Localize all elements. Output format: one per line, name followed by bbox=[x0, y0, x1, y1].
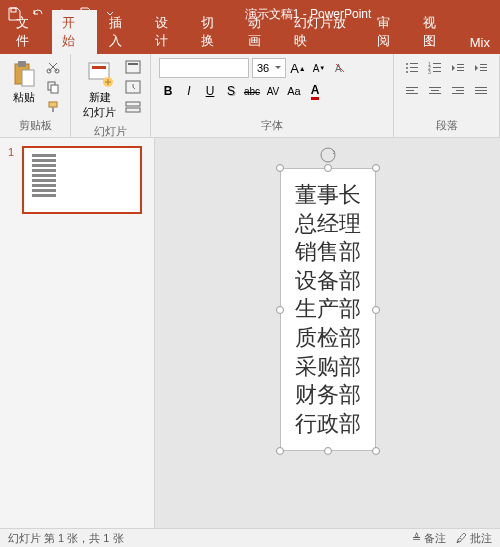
strikethrough-button[interactable]: abc bbox=[243, 82, 261, 100]
resize-handle[interactable] bbox=[276, 164, 284, 172]
svg-text:A: A bbox=[335, 63, 342, 74]
numbering-icon[interactable]: 123 bbox=[425, 58, 445, 78]
text-line: 财务部 bbox=[295, 381, 361, 410]
copy-icon[interactable] bbox=[44, 78, 62, 96]
text-line: 董事长 bbox=[295, 181, 361, 210]
tab-home[interactable]: 开始 bbox=[52, 10, 96, 54]
section-icon[interactable] bbox=[124, 98, 142, 116]
notes-button[interactable]: ≜ 备注 bbox=[412, 531, 446, 546]
new-slide-label: 新建 幻灯片 bbox=[83, 90, 116, 120]
align-center-icon[interactable] bbox=[425, 81, 445, 101]
bullets-icon[interactable] bbox=[402, 58, 422, 78]
text-line: 总经理 bbox=[295, 210, 361, 239]
resize-handle[interactable] bbox=[372, 306, 380, 314]
selected-textbox[interactable]: 董事长总经理销售部设备部生产部质检部采购部财务部行政部 bbox=[280, 168, 376, 451]
comments-button[interactable]: 🖊 批注 bbox=[456, 531, 492, 546]
increase-font-icon[interactable]: A▲ bbox=[289, 59, 307, 77]
group-font-label: 字体 bbox=[159, 118, 385, 133]
svg-rect-2 bbox=[18, 61, 26, 67]
cut-icon[interactable] bbox=[44, 58, 62, 76]
svg-rect-22 bbox=[410, 67, 418, 68]
group-clipboard-label: 剪贴板 bbox=[8, 118, 62, 133]
slide-canvas[interactable]: 董事长总经理销售部设备部生产部质检部采购部财务部行政部 bbox=[155, 138, 500, 528]
svg-rect-45 bbox=[452, 93, 464, 94]
svg-rect-44 bbox=[456, 90, 464, 91]
resize-handle[interactable] bbox=[324, 164, 332, 172]
svg-rect-8 bbox=[49, 102, 57, 107]
svg-rect-17 bbox=[126, 108, 140, 112]
tab-transitions[interactable]: 切换 bbox=[191, 10, 235, 54]
decrease-font-icon[interactable]: A▼ bbox=[310, 59, 328, 77]
svg-rect-36 bbox=[480, 70, 487, 71]
tab-mix[interactable]: Mix bbox=[460, 31, 500, 54]
decrease-indent-icon[interactable] bbox=[448, 58, 468, 78]
svg-rect-48 bbox=[475, 93, 487, 94]
svg-rect-16 bbox=[126, 102, 140, 106]
bold-button[interactable]: B bbox=[159, 82, 177, 100]
increase-indent-icon[interactable] bbox=[471, 58, 491, 78]
tab-animations[interactable]: 动画 bbox=[238, 10, 282, 54]
svg-rect-26 bbox=[433, 63, 441, 64]
group-slides: 新建 幻灯片 幻灯片 bbox=[71, 54, 151, 137]
font-family-combo[interactable] bbox=[159, 58, 249, 78]
resize-handle[interactable] bbox=[276, 447, 284, 455]
svg-rect-33 bbox=[457, 70, 464, 71]
tab-review[interactable]: 审阅 bbox=[367, 10, 411, 54]
shadow-button[interactable]: S bbox=[222, 82, 240, 100]
paste-button[interactable]: 粘贴 bbox=[8, 58, 40, 107]
svg-rect-10 bbox=[89, 63, 109, 79]
reset-icon[interactable] bbox=[124, 78, 142, 96]
svg-rect-30 bbox=[433, 71, 441, 72]
svg-rect-20 bbox=[410, 63, 418, 64]
format-painter-icon[interactable] bbox=[44, 98, 62, 116]
new-slide-button[interactable]: 新建 幻灯片 bbox=[79, 58, 120, 122]
status-bar: 幻灯片 第 1 张，共 1 张 ≜ 备注 🖊 批注 bbox=[0, 528, 500, 547]
group-clipboard: 粘贴 剪贴板 bbox=[0, 54, 71, 137]
layout-icon[interactable] bbox=[124, 58, 142, 76]
italic-button[interactable]: I bbox=[180, 82, 198, 100]
text-line: 采购部 bbox=[295, 353, 361, 382]
clear-format-icon[interactable]: A bbox=[331, 59, 349, 77]
tab-design[interactable]: 设计 bbox=[145, 10, 189, 54]
svg-rect-7 bbox=[51, 85, 58, 93]
tab-insert[interactable]: 插入 bbox=[99, 10, 143, 54]
group-paragraph-label: 段落 bbox=[402, 118, 491, 133]
text-line: 销售部 bbox=[295, 238, 361, 267]
svg-rect-40 bbox=[429, 87, 441, 88]
workspace: 1 董事长总经理销售部设备部生产部质检部采购部财务部行政部 bbox=[0, 138, 500, 528]
char-spacing-button[interactable]: AV bbox=[264, 82, 282, 100]
font-color-button[interactable]: A bbox=[306, 82, 324, 100]
svg-rect-34 bbox=[480, 64, 487, 65]
svg-rect-24 bbox=[410, 71, 418, 72]
svg-rect-38 bbox=[406, 90, 414, 91]
tab-file[interactable]: 文件 bbox=[6, 10, 50, 54]
align-right-icon[interactable] bbox=[448, 81, 468, 101]
tab-slideshow[interactable]: 幻灯片放映 bbox=[284, 10, 365, 54]
textbox-content[interactable]: 董事长总经理销售部设备部生产部质检部采购部财务部行政部 bbox=[295, 181, 361, 438]
change-case-button[interactable]: Aa bbox=[285, 82, 303, 100]
paste-label: 粘贴 bbox=[13, 90, 35, 105]
resize-handle[interactable] bbox=[324, 447, 332, 455]
svg-rect-46 bbox=[475, 87, 487, 88]
underline-button[interactable]: U bbox=[201, 82, 219, 100]
svg-point-23 bbox=[406, 71, 408, 73]
slide-thumbnail-1[interactable] bbox=[22, 146, 142, 214]
svg-rect-39 bbox=[406, 93, 418, 94]
svg-rect-14 bbox=[128, 63, 138, 65]
text-line: 行政部 bbox=[295, 410, 361, 439]
resize-handle[interactable] bbox=[276, 306, 284, 314]
svg-rect-9 bbox=[52, 107, 54, 112]
resize-handle[interactable] bbox=[372, 164, 380, 172]
thumb-number: 1 bbox=[8, 146, 18, 214]
svg-rect-43 bbox=[452, 87, 464, 88]
font-size-combo[interactable]: 36 bbox=[252, 58, 286, 78]
slide-counter: 幻灯片 第 1 张，共 1 张 bbox=[8, 531, 124, 546]
rotate-handle-icon[interactable] bbox=[319, 146, 337, 164]
tab-view[interactable]: 视图 bbox=[413, 10, 457, 54]
justify-icon[interactable] bbox=[471, 81, 491, 101]
text-line: 质检部 bbox=[295, 324, 361, 353]
resize-handle[interactable] bbox=[372, 447, 380, 455]
svg-rect-37 bbox=[406, 87, 418, 88]
align-left-icon[interactable] bbox=[402, 81, 422, 101]
svg-rect-3 bbox=[22, 70, 34, 86]
